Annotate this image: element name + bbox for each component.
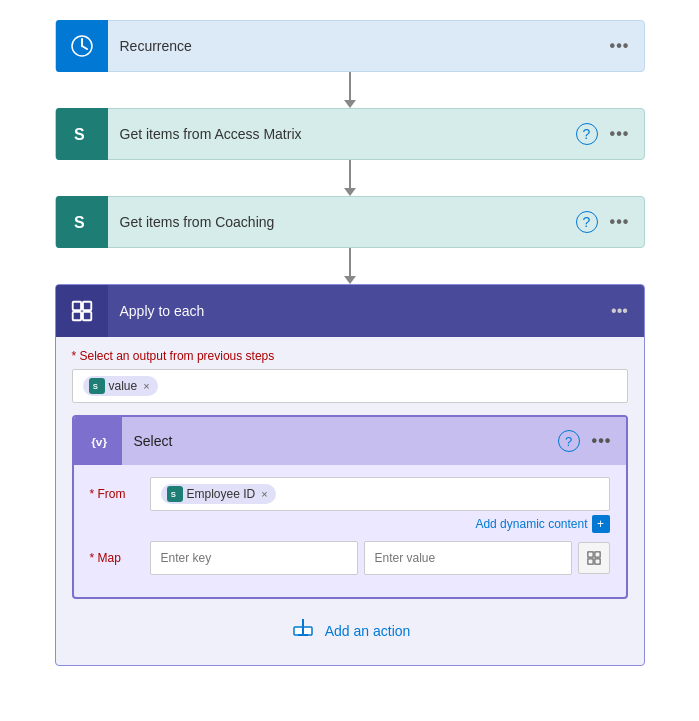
arrow-head-1 bbox=[344, 100, 356, 108]
add-action-label[interactable]: Add an action bbox=[325, 623, 411, 639]
map-value-input[interactable] bbox=[364, 541, 572, 575]
select-card-actions: ? ••• bbox=[558, 429, 614, 453]
access-matrix-more-button[interactable]: ••• bbox=[608, 122, 632, 146]
svg-rect-8 bbox=[72, 302, 80, 310]
recurrence-actions: ••• bbox=[608, 34, 632, 58]
svg-text:S: S bbox=[92, 382, 97, 391]
add-action-icon bbox=[289, 619, 317, 643]
add-action-row: Add an action bbox=[72, 619, 628, 643]
arrow-line-1 bbox=[349, 72, 351, 100]
svg-rect-9 bbox=[82, 302, 90, 310]
arrow-1 bbox=[344, 72, 356, 108]
recurrence-step: Recurrence ••• bbox=[55, 20, 645, 72]
from-chip: S Employee ID × bbox=[161, 484, 276, 504]
from-input[interactable]: S Employee ID × bbox=[150, 477, 610, 511]
from-chip-label: Employee ID bbox=[187, 487, 256, 501]
from-chip-icon: S bbox=[167, 486, 183, 502]
map-row: * Map bbox=[90, 541, 610, 575]
arrow-line-2 bbox=[349, 160, 351, 188]
map-label: * Map bbox=[90, 551, 140, 565]
dynamic-content-link[interactable]: Add dynamic content bbox=[475, 517, 587, 531]
svg-text:{v}: {v} bbox=[91, 435, 107, 449]
output-chip-close[interactable]: × bbox=[143, 380, 149, 392]
select-card-header: {v} Select ? ••• bbox=[74, 417, 626, 465]
dynamic-add-icon[interactable]: + bbox=[592, 515, 610, 533]
map-inputs bbox=[150, 541, 610, 575]
output-chip-icon: S bbox=[89, 378, 105, 394]
sharepoint-icon-1: S bbox=[56, 108, 108, 160]
coaching-more-button[interactable]: ••• bbox=[608, 210, 632, 234]
apply-each-more-button[interactable]: ••• bbox=[608, 299, 632, 323]
from-row: * From S Employee ID × bbox=[90, 477, 610, 511]
coaching-help-button[interactable]: ? bbox=[576, 211, 598, 233]
get-items-access-matrix-step: S Get items from Access Matrix ? ••• bbox=[55, 108, 645, 160]
select-more-button[interactable]: ••• bbox=[590, 429, 614, 453]
output-chip: S value × bbox=[83, 376, 158, 396]
apply-each-body: * Select an output from previous steps S… bbox=[56, 337, 644, 665]
svg-rect-11 bbox=[82, 312, 90, 320]
get-items-coaching-step: S Get items from Coaching ? ••• bbox=[55, 196, 645, 248]
from-label: * From bbox=[90, 487, 140, 501]
select-icon: {v} bbox=[74, 417, 122, 465]
svg-rect-10 bbox=[72, 312, 80, 320]
apply-each-container: Apply to each ••• * Select an output fro… bbox=[55, 284, 645, 666]
svg-rect-20 bbox=[587, 559, 592, 564]
arrow-line-3 bbox=[349, 248, 351, 276]
select-help-button[interactable]: ? bbox=[558, 430, 580, 452]
apply-each-actions: ••• bbox=[608, 299, 632, 323]
output-input[interactable]: S value × bbox=[72, 369, 628, 403]
output-chip-label: value bbox=[109, 379, 138, 393]
apply-each-header: Apply to each ••• bbox=[56, 285, 644, 337]
map-table-button[interactable] bbox=[578, 542, 610, 574]
select-card-body: * From S Employee ID × bbox=[74, 465, 626, 597]
svg-text:S: S bbox=[74, 214, 85, 231]
access-matrix-actions: ? ••• bbox=[576, 122, 632, 146]
select-card-label: Select bbox=[122, 433, 558, 449]
apply-each-icon bbox=[56, 285, 108, 337]
dynamic-content-row: Add dynamic content + bbox=[90, 515, 610, 533]
arrow-head-2 bbox=[344, 188, 356, 196]
recurrence-label: Recurrence bbox=[108, 38, 608, 54]
svg-rect-19 bbox=[594, 552, 599, 557]
arrow-3 bbox=[344, 248, 356, 284]
apply-each-label: Apply to each bbox=[108, 303, 608, 319]
coaching-actions: ? ••• bbox=[576, 210, 632, 234]
arrow-2 bbox=[344, 160, 356, 196]
access-matrix-help-button[interactable]: ? bbox=[576, 123, 598, 145]
select-card: {v} Select ? ••• * From bbox=[72, 415, 628, 599]
recurrence-icon bbox=[56, 20, 108, 72]
output-label: * Select an output from previous steps bbox=[72, 349, 628, 363]
arrow-head-3 bbox=[344, 276, 356, 284]
recurrence-more-button[interactable]: ••• bbox=[608, 34, 632, 58]
from-chip-close[interactable]: × bbox=[261, 488, 267, 500]
svg-rect-18 bbox=[587, 552, 592, 557]
sharepoint-icon-2: S bbox=[56, 196, 108, 248]
get-items-coaching-label: Get items from Coaching bbox=[108, 214, 576, 230]
svg-rect-21 bbox=[594, 559, 599, 564]
output-selector: * Select an output from previous steps S… bbox=[72, 349, 628, 403]
flow-canvas: Recurrence ••• S Get items from Access M… bbox=[0, 0, 699, 721]
get-items-access-matrix-label: Get items from Access Matrix bbox=[108, 126, 576, 142]
svg-text:S: S bbox=[74, 126, 85, 143]
map-key-input[interactable] bbox=[150, 541, 358, 575]
svg-text:S: S bbox=[170, 490, 175, 499]
